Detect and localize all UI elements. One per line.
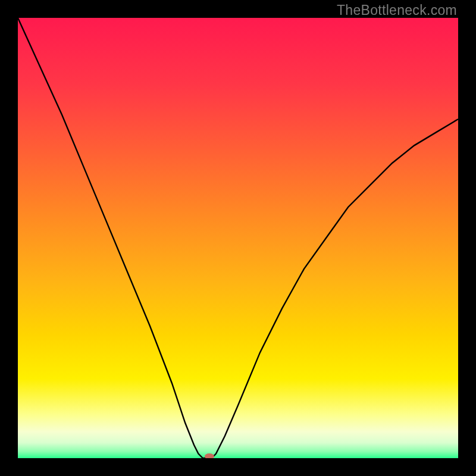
bottleneck-chart xyxy=(18,18,458,458)
plot-area xyxy=(18,18,458,458)
watermark-text: TheBottleneck.com xyxy=(337,2,457,18)
gradient-background xyxy=(18,18,458,458)
chart-frame: TheBottleneck.com xyxy=(0,0,476,476)
